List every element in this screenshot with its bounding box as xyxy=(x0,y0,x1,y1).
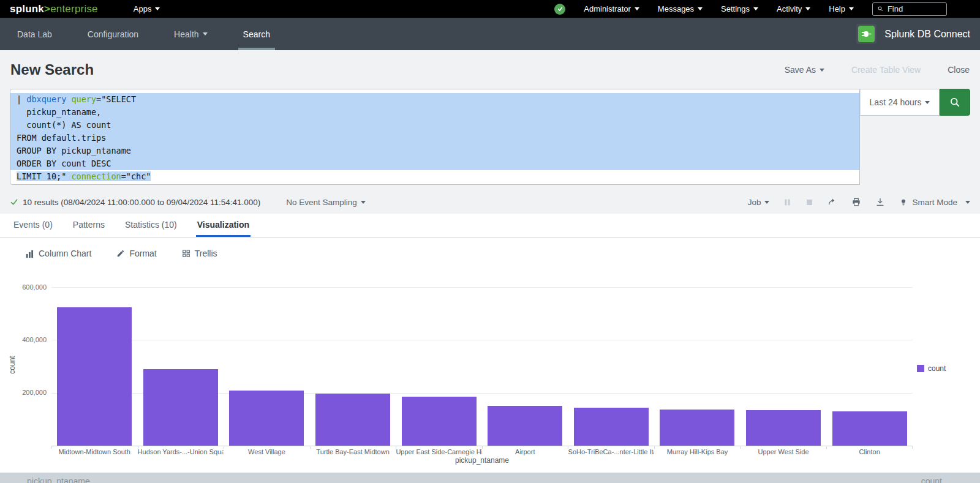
visualization-toolbar: Column Chart Format Trellis xyxy=(0,238,980,269)
apps-menu[interactable]: Apps xyxy=(134,4,160,13)
column-header-pickup-ntaname[interactable]: pickup_ntaname xyxy=(27,476,90,483)
caret-down-icon xyxy=(764,201,769,204)
user-menu-label: Administrator xyxy=(584,4,631,13)
chart-bar[interactable] xyxy=(402,397,477,446)
legend-item-count[interactable]: count xyxy=(917,364,946,373)
format-label: Format xyxy=(129,249,156,258)
settings-menu[interactable]: Settings xyxy=(721,4,758,13)
format-pencil-icon xyxy=(116,249,125,258)
results-bar: 10 results (08/04/2024 11:00:00.000 to 0… xyxy=(10,190,970,214)
column-header-count[interactable]: count xyxy=(921,476,942,483)
column-chart: count pickup_ntaname count 200,000400,00… xyxy=(0,269,980,473)
db-connect-icon-frame xyxy=(856,24,876,44)
success-check-icon xyxy=(10,198,18,206)
caret-down-icon xyxy=(635,7,639,10)
results-status: 10 results (08/04/2024 11:00:00.000 to 0… xyxy=(10,198,260,207)
print-icon xyxy=(851,197,861,207)
settings-menu-label: Settings xyxy=(721,4,750,13)
pause-icon xyxy=(783,198,791,206)
lightbulb-icon xyxy=(899,198,908,207)
nav-item-configuration[interactable]: Configuration xyxy=(83,18,143,50)
x-category-label: Clinton xyxy=(826,448,913,455)
user-menu[interactable]: Administrator xyxy=(584,4,639,13)
search-query-input[interactable]: | dbxquery query="SELECT pickup_ntaname,… xyxy=(10,89,860,185)
nav-item-health[interactable]: Health xyxy=(169,18,212,50)
logo-product: enterprise xyxy=(50,3,98,15)
close-button[interactable]: Close xyxy=(948,65,970,75)
splunk-logo[interactable]: splunk>enterprise xyxy=(10,3,98,15)
x-category-label: Airport xyxy=(482,448,568,455)
x-category-label: Upper East Side-Carnegie Hill xyxy=(396,448,482,455)
find-input[interactable] xyxy=(888,4,942,13)
chart-bar[interactable] xyxy=(229,391,304,446)
save-as-button[interactable]: Save As xyxy=(785,65,824,75)
x-category-label: Midtown-Midtown South xyxy=(51,448,138,455)
chart-bar[interactable] xyxy=(746,410,821,446)
help-menu[interactable]: Help xyxy=(829,4,854,13)
share-button[interactable] xyxy=(827,197,837,207)
time-range-label: Last 24 hours xyxy=(870,97,922,107)
system-status-icon[interactable] xyxy=(554,4,565,15)
search-mode-dropdown[interactable]: Smart Mode xyxy=(899,198,970,207)
tab-statistics[interactable]: Statistics (10) xyxy=(124,214,178,237)
messages-menu-label: Messages xyxy=(658,4,694,13)
find-search-box[interactable] xyxy=(872,2,947,16)
time-range-picker[interactable]: Last 24 hours xyxy=(860,89,940,116)
stop-button[interactable] xyxy=(805,198,813,206)
column-chart-icon xyxy=(25,249,34,258)
trellis-button[interactable]: Trellis xyxy=(182,249,217,258)
chart-bar[interactable] xyxy=(660,410,734,446)
caret-down-icon xyxy=(925,101,930,104)
pause-button[interactable] xyxy=(783,198,791,206)
chart-category xyxy=(482,269,568,446)
activity-menu-label: Activity xyxy=(777,4,802,13)
chart-type-picker[interactable]: Column Chart xyxy=(25,249,91,258)
tab-visualization[interactable]: Visualization xyxy=(196,214,251,237)
chart-type-label: Column Chart xyxy=(39,249,91,258)
apps-menu-label: Apps xyxy=(134,4,152,13)
x-category-label: West Village xyxy=(224,448,310,455)
app-identity[interactable]: Splunk DB Connect xyxy=(856,24,970,44)
chart-bar[interactable] xyxy=(488,406,562,446)
logo-brand: splunk xyxy=(10,3,44,15)
chart-category xyxy=(826,269,913,446)
query-line: ORDER BY count DESC xyxy=(10,157,859,170)
caret-down-icon xyxy=(361,201,366,204)
stop-icon xyxy=(805,198,813,206)
event-sampling-dropdown[interactable]: No Event Sampling xyxy=(286,198,366,207)
active-nav-underline xyxy=(238,48,275,50)
query-line: pickup_ntaname, xyxy=(10,106,859,119)
y-tick-label: 400,000 xyxy=(4,336,47,343)
query-line: LIMIT 10;" connection="chc" xyxy=(10,170,859,183)
tab-label: Events (0) xyxy=(13,220,53,230)
logo-gt: > xyxy=(44,3,50,15)
job-menu[interactable]: Job xyxy=(748,198,770,207)
export-button[interactable] xyxy=(875,197,885,207)
run-search-button[interactable] xyxy=(940,89,970,116)
query-line: | dbxquery query="SELECT xyxy=(10,93,859,106)
chart-category xyxy=(396,269,482,446)
query-line: FROM default.trips xyxy=(10,132,859,144)
tab-patterns[interactable]: Patterns xyxy=(72,214,106,237)
x-category-label: Hudson Yards-...-Union Square xyxy=(138,448,224,455)
nav-item-data-lab[interactable]: Data Lab xyxy=(12,18,57,50)
format-button[interactable]: Format xyxy=(116,249,156,258)
page-header: New Search Save As Create Table View Clo… xyxy=(0,50,980,89)
activity-menu[interactable]: Activity xyxy=(777,4,810,13)
chart-bar[interactable] xyxy=(315,394,390,446)
app-nav-bar: Data Lab Configuration Health Search Spl… xyxy=(0,18,980,50)
create-table-view-button[interactable]: Create Table View xyxy=(851,65,921,75)
tab-events[interactable]: Events (0) xyxy=(12,214,54,237)
chart-bar[interactable] xyxy=(143,369,218,446)
chart-bar[interactable] xyxy=(57,307,132,446)
chart-category xyxy=(51,269,138,446)
caret-down-icon xyxy=(203,32,208,36)
legend-label: count xyxy=(928,364,946,373)
chart-category xyxy=(138,269,224,446)
nav-item-search[interactable]: Search xyxy=(238,18,275,50)
chart-bar[interactable] xyxy=(574,408,649,446)
chart-bar[interactable] xyxy=(832,411,907,446)
help-menu-label: Help xyxy=(829,4,845,13)
messages-menu[interactable]: Messages xyxy=(658,4,703,13)
print-button[interactable] xyxy=(851,197,861,207)
